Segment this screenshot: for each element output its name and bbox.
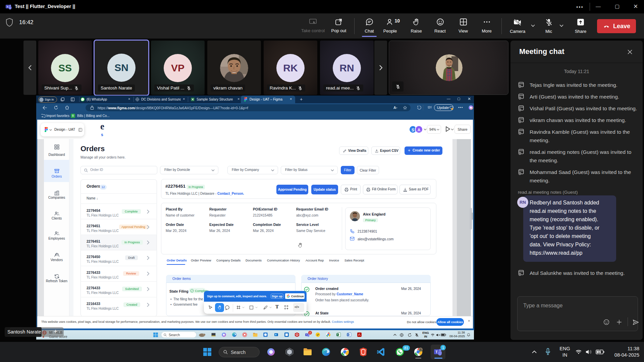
svg-text:1: 1	[442, 346, 444, 350]
svg-text:T: T	[435, 350, 437, 354]
svg-text:T: T	[7, 5, 8, 8]
svg-text:81: 81	[404, 346, 408, 350]
